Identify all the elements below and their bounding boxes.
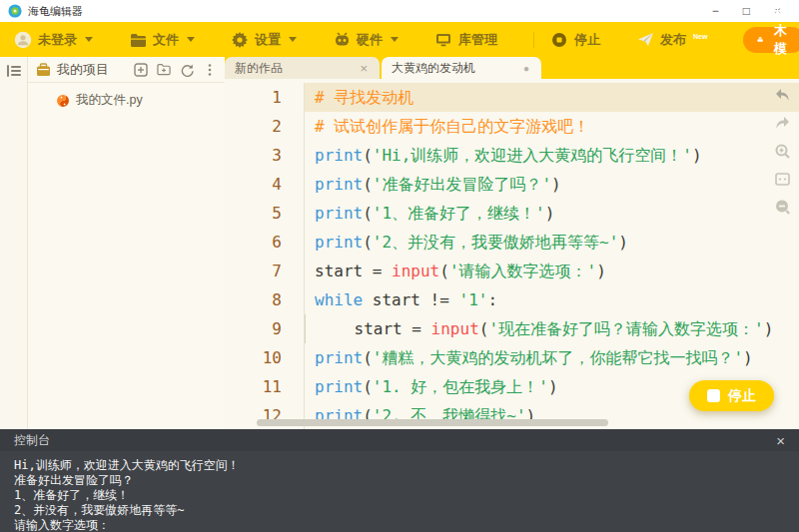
code-text: # 寻找发动机: [305, 83, 799, 112]
menu-item-label: 设置: [255, 31, 281, 49]
tab-new-work[interactable]: 新的作品 ×: [225, 57, 380, 79]
import-icon[interactable]: [180, 63, 194, 77]
briefcase-icon: [36, 63, 51, 77]
avatar-icon: [14, 31, 32, 49]
chevron-down-icon: [187, 37, 195, 42]
line-number: 1: [225, 83, 305, 112]
console-line: 2、并没有，我要傲娇地再等等~: [14, 503, 785, 518]
line-number: 11: [225, 372, 305, 401]
code-line[interactable]: 10print('糟糕，大黄鸡的发动机坏了，你能帮它找一找吗？'): [225, 343, 799, 372]
folder-icon: [129, 31, 147, 49]
menu-item-label: 未登录: [38, 31, 77, 49]
code-line[interactable]: 2# 试试创作属于你自己的文字游戏吧！: [225, 112, 799, 141]
menu-item-stop[interactable]: 停止: [550, 31, 600, 49]
zoom-in-icon[interactable]: [774, 143, 791, 160]
horizontal-scrollbar[interactable]: [257, 419, 608, 426]
menu-item-publish[interactable]: 发布New: [636, 31, 707, 49]
toggle-project-panel-icon[interactable]: [6, 63, 22, 79]
blocks-icon: [757, 33, 763, 46]
line-number: 3: [225, 141, 305, 170]
menu-divider: [533, 32, 534, 48]
gear-icon: [231, 31, 249, 49]
code-line[interactable]: 8while start != '1':: [225, 285, 799, 314]
code-text: print('糟糕，大黄鸡的发动机坏了，你能帮它找一找吗？'): [305, 343, 799, 372]
menu-item-label: 发布: [660, 31, 686, 49]
code-line[interactable]: 4print('准备好出发冒险了吗？'): [225, 170, 799, 199]
more-icon[interactable]: [203, 63, 217, 77]
title-bar: 海龟编辑器 − □ ×: [0, 0, 799, 22]
new-folder-icon[interactable]: [157, 63, 171, 77]
code-line[interactable]: 7start = input('请输入数字选项：'): [225, 257, 799, 285]
stop-run-button[interactable]: 停止: [689, 380, 774, 411]
tab-big-yellow-chicken-engine[interactable]: 大黄鸡的发动机 ●: [382, 57, 541, 79]
new-badge: New: [693, 33, 707, 40]
code-line[interactable]: 9 start = input('现在准备好了吗？请输入数字选项：'): [225, 314, 799, 343]
menu-item-account[interactable]: 未登录: [14, 31, 93, 49]
undo-icon[interactable]: [774, 87, 791, 104]
console-output: Hi,训练师，欢迎进入大黄鸡的飞行空间！准备好出发冒险了吗？1、准备好了，继续！…: [0, 451, 799, 532]
code-text: print('1、准备好了，继续！'): [305, 199, 799, 228]
robot-icon: [333, 31, 351, 49]
menu-item-label: 库管理: [458, 31, 497, 49]
console-line: Hi,训练师，欢迎进入大黄鸡的飞行空间！: [14, 458, 785, 473]
line-number: 2: [225, 112, 305, 141]
code-editor[interactable]: 1# 寻找发动机2# 试试创作属于你自己的文字游戏吧！3print('Hi,训练…: [225, 79, 799, 429]
stop-circle-icon: [550, 31, 568, 49]
stop-square-icon: [707, 389, 720, 402]
console-title: 控制台: [14, 432, 776, 449]
menu-item-file[interactable]: 文件: [129, 31, 195, 49]
code-text: # 试试创作属于你自己的文字游戏吧！: [305, 112, 799, 141]
code-text: start = input('请输入数字选项：'): [305, 257, 799, 285]
menu-bar: 未登录文件设置硬件库管理停止发布New 积木模式: [0, 22, 799, 57]
code-line[interactable]: 5print('1、准备好了，继续！'): [225, 199, 799, 228]
app-logo-turtle-icon: [8, 4, 22, 18]
tab-bar: 新的作品 × 大黄鸡的发动机 ●: [225, 57, 799, 79]
editor-column: 新的作品 × 大黄鸡的发动机 ● 1# 寻找发动机2# 试试创作属于你自己的文字…: [225, 57, 799, 429]
stop-run-label: 停止: [728, 387, 756, 405]
redo-icon[interactable]: [774, 115, 791, 132]
menu-item-library[interactable]: 库管理: [434, 31, 497, 49]
actual-size-icon[interactable]: [774, 171, 791, 188]
code-text: while start != '1':: [305, 285, 799, 314]
editor-tools: [774, 87, 791, 216]
line-number: 6: [225, 228, 305, 257]
monitor-icon: [434, 31, 452, 49]
project-sidebar: 我的项目 我的文件.py: [28, 57, 225, 429]
line-number: 7: [225, 257, 305, 285]
new-file-icon[interactable]: [134, 63, 148, 77]
minimize-icon[interactable]: −: [712, 5, 719, 17]
file-item-python[interactable]: 我的文件.py: [28, 83, 225, 109]
app-window: 海龟编辑器 − □ × 未登录文件设置硬件库管理停止发布New 积木模式: [0, 0, 799, 532]
maximize-icon[interactable]: □: [743, 5, 750, 17]
project-panel-header: 我的项目: [28, 57, 225, 83]
menu-item-label: 停止: [574, 31, 600, 49]
code-text: start = input('现在准备好了吗？请输入数字选项：'): [305, 314, 799, 343]
console-panel: 控制台 × Hi,训练师，欢迎进入大黄鸡的飞行空间！准备好出发冒险了吗？1、准备…: [0, 429, 799, 532]
console-line: 请输入数字选项：: [14, 518, 785, 532]
project-panel-title: 我的项目: [57, 61, 134, 79]
line-number: 4: [225, 170, 305, 199]
code-line[interactable]: 3print('Hi,训练师，欢迎进入大黄鸡的飞行空间！'): [225, 141, 799, 170]
console-line: 1、准备好了，继续！: [14, 488, 785, 503]
main-area: 我的项目 我的文件.py 新的作品 × 大黄鸡的发: [0, 57, 799, 429]
tab-close-icon[interactable]: ×: [358, 61, 370, 76]
console-header: 控制台 ×: [0, 429, 799, 451]
zoom-out-icon[interactable]: [774, 199, 791, 216]
console-close-icon[interactable]: ×: [776, 433, 785, 448]
menu-item-settings[interactable]: 设置: [231, 31, 297, 49]
menu-item-hardware[interactable]: 硬件: [333, 31, 399, 49]
code-line[interactable]: 6print('2、并没有，我要傲娇地再等等~'): [225, 228, 799, 257]
code-line[interactable]: 1# 寻找发动机: [225, 83, 799, 112]
line-number: 5: [225, 199, 305, 228]
block-mode-button[interactable]: 积木模式: [743, 27, 799, 53]
menu-item-label: 硬件: [357, 31, 383, 49]
code-text: print('Hi,训练师，欢迎进入大黄鸡的飞行空间！'): [305, 141, 799, 170]
unsaved-dot-icon: ●: [521, 63, 531, 74]
console-line: 准备好出发冒险了吗？: [14, 473, 785, 488]
code-text: print('2、并没有，我要傲娇地再等等~'): [305, 228, 799, 257]
chevron-down-icon: [85, 37, 93, 42]
tab-label: 新的作品: [235, 60, 358, 77]
python-file-icon: [56, 94, 70, 108]
line-number: 9: [225, 314, 305, 343]
left-rail: [0, 57, 28, 429]
